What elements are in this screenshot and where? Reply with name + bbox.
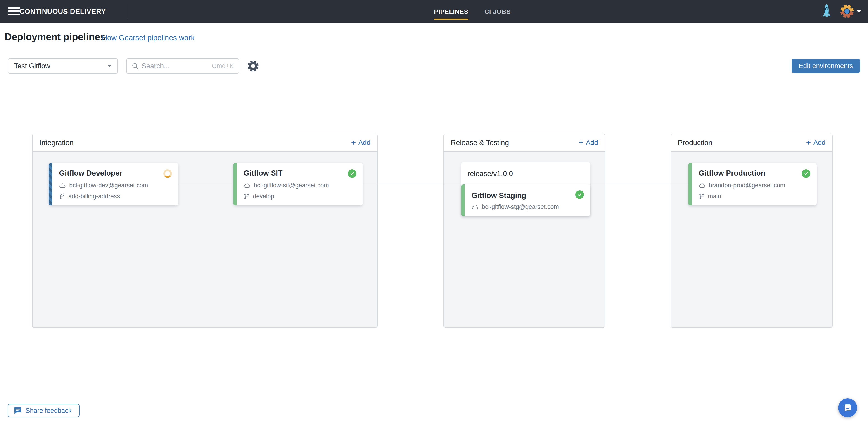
column-title: Production (678, 139, 806, 147)
pipeline-settings-gear-icon[interactable] (247, 60, 259, 73)
environment-card-gitflow-developer[interactable]: Gitflow Developer bcl-gitflow-dev@gearse… (49, 163, 178, 205)
chat-launcher-button[interactable] (838, 398, 857, 417)
release-group[interactable]: release/v1.0.0 Gitflow Staging bcl-gitfl… (461, 162, 590, 216)
cloud-icon (699, 183, 706, 188)
org-username: bcl-gitflow-stg@gearset.com (482, 203, 559, 210)
in-progress-spinner-icon (163, 169, 172, 178)
org-username: brandon-prod@gearset.com (709, 182, 785, 189)
plus-icon (806, 140, 811, 145)
add-label: Add (586, 139, 598, 146)
pipeline-connector (178, 184, 233, 185)
branch-name: add-billing-address (68, 193, 120, 200)
add-label: Add (359, 139, 370, 146)
gearset-logo-user-menu[interactable] (839, 4, 855, 20)
column-title: Release & Testing (451, 139, 578, 147)
user-menu-caret-icon[interactable] (856, 10, 862, 13)
pipeline-connector (363, 184, 461, 185)
app-title: CONTINUOUS DELIVERY (20, 7, 106, 16)
success-check-icon (575, 190, 584, 199)
search-input[interactable] (142, 62, 209, 70)
environment-name: Gitflow Developer (59, 169, 123, 177)
column-title: Integration (39, 139, 351, 147)
add-environment-button[interactable]: Add (806, 139, 826, 146)
success-check-icon (802, 169, 810, 178)
chevron-down-icon (107, 65, 112, 67)
plus-icon (578, 140, 584, 145)
chat-bubble-icon (843, 403, 852, 413)
environment-name: Gitflow Production (699, 169, 765, 177)
pipeline-select-value: Test Gitflow (14, 62, 107, 70)
search-box[interactable]: Cmd+K (126, 58, 239, 74)
search-shortcut-hint: Cmd+K (212, 62, 234, 70)
pipeline-connector (590, 184, 688, 185)
column-integration: Integration Add (32, 134, 378, 328)
share-feedback-label: Share feedback (26, 407, 71, 414)
success-check-icon (348, 169, 356, 178)
git-branch-icon (244, 193, 250, 199)
share-feedback-button[interactable]: Share feedback (8, 404, 80, 417)
feedback-bubble-icon (13, 407, 22, 414)
environment-card-gitflow-sit[interactable]: Gitflow SIT bcl-gitflow-sit@gearset.com … (233, 163, 363, 205)
page-title: Deployment pipelines (4, 31, 105, 42)
cloud-icon (59, 183, 66, 188)
column-release-testing-header: Release & Testing Add (444, 134, 605, 152)
column-production-header: Production Add (671, 134, 832, 152)
cloud-icon (244, 183, 251, 188)
rocket-icon[interactable] (822, 4, 831, 20)
cloud-icon (471, 205, 478, 209)
release-branch-label: release/v1.0.0 (467, 170, 513, 178)
add-environment-button[interactable]: Add (351, 139, 370, 146)
org-username: bcl-gitflow-dev@gearset.com (69, 182, 148, 189)
git-branch-icon (59, 193, 65, 199)
column-production: Production Add (671, 134, 833, 328)
help-link[interactable]: How Gearset pipelines work (102, 33, 195, 42)
pipeline-select[interactable]: Test Gitflow (8, 58, 118, 74)
org-username: bcl-gitflow-sit@gearset.com (254, 182, 329, 189)
environment-card-gitflow-production[interactable]: Gitflow Production brandon-prod@gearset.… (688, 163, 817, 205)
top-navigation-bar: CONTINUOUS DELIVERY PIPELINES CI JOBS (0, 0, 868, 23)
plus-icon (351, 140, 356, 145)
branch-name: main (708, 193, 721, 200)
edit-environments-button[interactable]: Edit environments (792, 59, 860, 73)
search-icon (132, 62, 139, 70)
tab-pipelines[interactable]: PIPELINES (434, 8, 468, 20)
menu-icon[interactable] (8, 7, 20, 16)
environment-name: Gitflow SIT (244, 169, 282, 177)
add-environment-button[interactable]: Add (578, 139, 598, 146)
environment-card-gitflow-staging[interactable]: Gitflow Staging bcl-gitflow-stg@gearset.… (461, 185, 590, 216)
environment-name: Gitflow Staging (471, 191, 526, 200)
column-integration-header: Integration Add (33, 134, 377, 152)
add-label: Add (813, 139, 826, 146)
git-branch-icon (699, 193, 705, 199)
branch-name: develop (253, 193, 274, 200)
topbar-divider (127, 4, 127, 19)
tab-ci-jobs[interactable]: CI JOBS (485, 8, 511, 20)
edit-environments-label: Edit environments (799, 62, 853, 70)
